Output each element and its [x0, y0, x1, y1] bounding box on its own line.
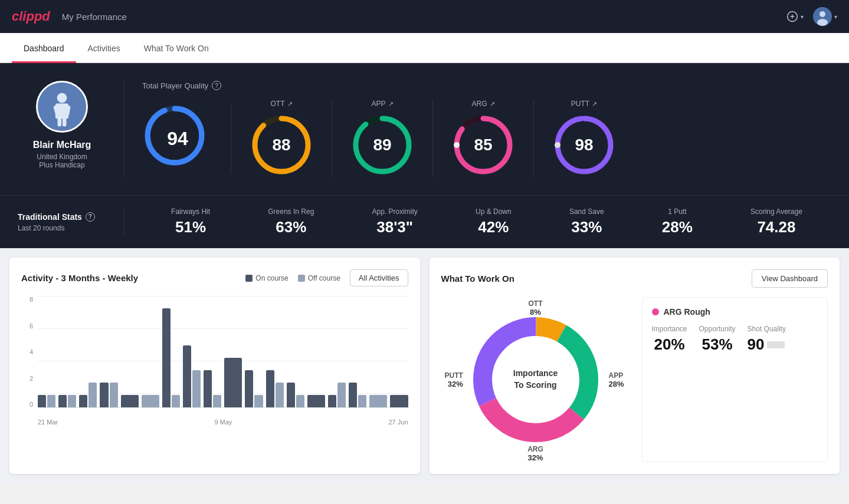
trad-label: Traditional Stats ? — [18, 212, 124, 222]
bar-on-course — [224, 358, 242, 407]
label-putt: PUTT 32% — [445, 371, 463, 388]
header: clippd My Performance ▾ ▾ — [0, 0, 849, 33]
gauge-label-arg: ARG ↗ — [471, 100, 494, 108]
bar-group — [307, 296, 325, 407]
activity-chart: 8 6 4 2 0 21 Mar 9 May 27 Jun — [21, 296, 408, 426]
bar-off-course — [192, 370, 201, 407]
bar-group — [287, 296, 304, 407]
bar-group — [369, 296, 387, 407]
trad-stats-items: Fairways Hit 51% Greens In Reg 63% App. … — [124, 207, 831, 236]
all-activities-button[interactable]: All Activities — [350, 269, 408, 286]
bar-on-course — [307, 395, 325, 407]
bar-off-course — [337, 383, 346, 407]
bar-on-course — [162, 308, 171, 407]
shot-quality-bar — [767, 341, 785, 348]
bar-off-course — [254, 395, 263, 407]
add-button[interactable]: ▾ — [786, 11, 804, 22]
label-app: APP 28% — [608, 371, 624, 388]
label-arg: ARG 32% — [527, 445, 543, 462]
tab-activities[interactable]: Activities — [76, 33, 132, 63]
svg-point-7 — [57, 93, 67, 103]
gauge-total: 94 — [142, 103, 231, 174]
svg-rect-12 — [63, 118, 67, 127]
legend-dot-on — [245, 275, 253, 282]
bar-group — [121, 296, 139, 407]
wtwo-panel-title: What To Work On — [441, 274, 514, 284]
info-card: ARG Rough Importance 20% Opportunity 53%… — [642, 297, 828, 462]
tab-what-to-work-on[interactable]: What To Work On — [132, 33, 221, 63]
bar-off-course — [358, 395, 366, 407]
stat-greens: Greens In Reg 63% — [268, 207, 314, 236]
bar-off-course — [142, 395, 159, 407]
bar-off-course — [68, 395, 76, 407]
activity-panel-header: Activity - 3 Months - Weekly On course O… — [21, 269, 408, 286]
bar-group — [38, 296, 55, 407]
tab-dashboard[interactable]: Dashboard — [12, 33, 76, 63]
stat-fairways: Fairways Hit 51% — [171, 207, 210, 236]
trad-help-icon[interactable]: ? — [86, 212, 95, 222]
bar-on-course — [100, 383, 108, 407]
svg-point-29 — [539, 324, 545, 330]
bar-on-course — [390, 395, 408, 407]
bar-off-course — [276, 383, 284, 407]
chart-x-labels: 21 Mar 9 May 27 Jun — [38, 419, 408, 426]
avatar-button[interactable]: ▾ — [813, 7, 837, 26]
view-dashboard-button[interactable]: View Dashboard — [752, 269, 828, 288]
bar-off-course — [88, 383, 97, 407]
chevron-down-icon: ▾ — [801, 14, 804, 20]
traditional-stats: Traditional Stats ? Last 20 rounds Fairw… — [0, 195, 849, 248]
bar-off-course — [47, 395, 55, 407]
donut-svg — [453, 297, 618, 462]
bar-group — [349, 296, 366, 407]
logo[interactable]: clippd — [12, 9, 50, 24]
what-to-work-on-panel: What To Work On View Dashboard — [430, 258, 840, 474]
svg-point-32 — [480, 388, 486, 394]
gauge-value-arg: 85 — [474, 136, 492, 154]
info-card-metrics: Importance 20% Opportunity 53% Shot Qual… — [652, 325, 818, 354]
header-right: ▾ ▾ — [786, 7, 837, 26]
chart-bars — [38, 296, 408, 408]
bar-group — [183, 296, 201, 407]
gauge-label-ott: OTT ↗ — [271, 100, 293, 108]
player-name: Blair McHarg — [33, 140, 91, 150]
quality-gauges: 94 OTT ↗ 88 AP — [142, 100, 831, 177]
avatar — [813, 7, 832, 26]
bar-on-course — [245, 370, 253, 407]
player-info: Blair McHarg United Kingdom Plus Handica… — [18, 81, 124, 177]
player-avatar — [36, 81, 88, 133]
bar-group — [204, 296, 221, 407]
bar-on-course — [183, 345, 191, 407]
donut-container: ImportanceTo Scoring OTT 8% APP 28% ARG … — [453, 297, 618, 462]
gauge-value-app: 89 — [373, 136, 391, 154]
svg-point-21 — [454, 142, 460, 148]
gauge-circle-app: 89 — [350, 113, 415, 177]
gauge-value-ott: 88 — [272, 136, 290, 154]
bar-on-course — [328, 395, 336, 407]
quality-help-icon[interactable]: ? — [212, 81, 221, 90]
logo-text: clippd — [12, 9, 50, 24]
stat-scoring-avg: Scoring Average 74.28 — [750, 207, 802, 236]
stat-sand-save: Sand Save 33% — [569, 207, 604, 236]
bar-off-course — [110, 383, 118, 407]
donut-section: ImportanceTo Scoring OTT 8% APP 28% ARG … — [441, 297, 630, 462]
bar-group — [390, 296, 408, 407]
gauge-label-app: APP ↗ — [371, 100, 393, 108]
metric-opportunity: Opportunity 53% — [699, 325, 736, 354]
gauge-circle-total: 94 — [142, 103, 213, 174]
gauge-circle-arg: 85 — [451, 113, 516, 177]
bar-on-course — [79, 395, 87, 407]
activity-panel: Activity - 3 Months - Weekly On course O… — [9, 258, 420, 474]
bar-off-course — [296, 395, 304, 407]
legend-on-course: On course — [245, 274, 288, 282]
nav-tabs: Dashboard Activities What To Work On — [0, 33, 849, 63]
trad-label-section: Traditional Stats ? Last 20 rounds — [18, 212, 124, 232]
gauge-arg: ARG ↗ 85 — [433, 100, 534, 177]
bar-on-course — [204, 370, 212, 407]
bar-group — [224, 296, 242, 407]
player-handicap: Plus Handicap — [39, 161, 84, 169]
svg-rect-11 — [58, 118, 62, 127]
stat-up-down: Up & Down 42% — [476, 207, 512, 236]
gauge-circle-ott: 88 — [249, 113, 314, 177]
gauge-putt: PUTT ↗ 98 — [534, 100, 634, 177]
header-left: clippd My Performance — [12, 9, 127, 24]
